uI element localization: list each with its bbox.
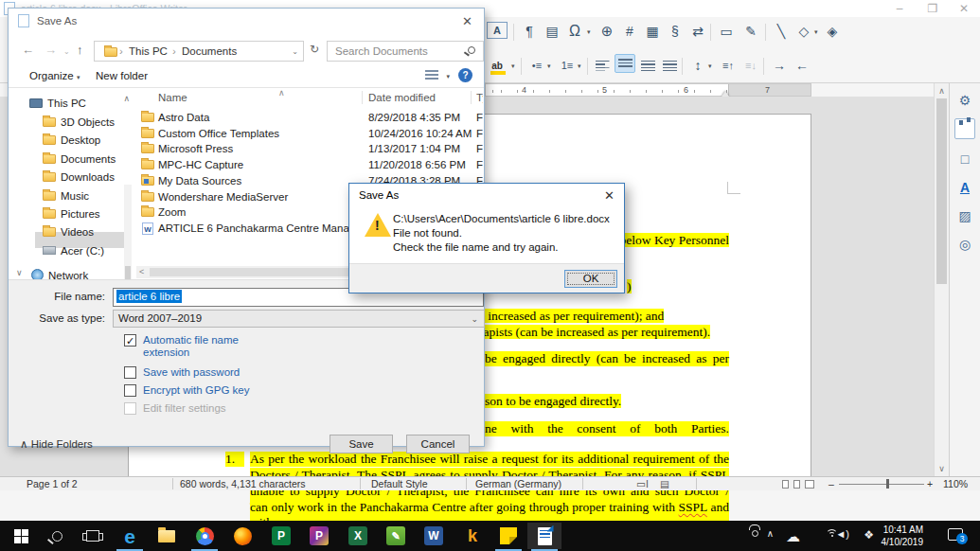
gallery-icon[interactable]: ▨	[954, 205, 975, 226]
hide-folders-button[interactable]: ∧ Hide Folders	[20, 437, 93, 451]
insert-cross-reference-icon[interactable]: ⇄	[687, 21, 708, 42]
insert-page-number-icon[interactable]: #	[619, 21, 640, 42]
file-row[interactable]: MPC-HC Capture11/20/2018 6:56 PMFile	[136, 157, 483, 172]
taskbar-edge[interactable]: e	[113, 523, 147, 549]
zoom-slider[interactable]	[839, 484, 924, 485]
file-row[interactable]: Custom Office Templates10/24/2016 10:24 …	[136, 126, 483, 141]
tree-item-desktop[interactable]: Desktop	[43, 132, 100, 148]
close-button[interactable]: ✕	[950, 0, 978, 17]
ordered-list-dropdown-icon[interactable]: ▾	[578, 62, 581, 70]
taskbar-sticky-notes[interactable]	[491, 523, 526, 549]
unordered-list-dropdown-icon[interactable]: ▾	[547, 62, 551, 70]
address-dropdown-icon[interactable]: ⌄	[292, 47, 298, 56]
save-button[interactable]: Save	[330, 435, 393, 453]
address-bar[interactable]: › This PC › Documents ⌄	[94, 41, 304, 62]
save-as-type-select[interactable]: Word 2007–2019⌄	[113, 310, 485, 328]
taskbar-excel[interactable]: X	[341, 523, 375, 549]
basic-shapes-icon[interactable]: ◇	[793, 21, 814, 42]
tree-scrollbar[interactable]	[124, 185, 132, 281]
increase-paragraph-spacing-icon[interactable]: ≡↑	[718, 55, 739, 76]
tree-item-pictures[interactable]: Pictures	[43, 205, 100, 222]
ok-button[interactable]: OK	[564, 270, 617, 288]
track-changes-icon[interactable]: ✎	[740, 21, 761, 42]
insert-text-box-icon[interactable]: A	[487, 22, 508, 39]
align-right-icon[interactable]	[638, 55, 657, 76]
refresh-icon[interactable]: ↻	[310, 43, 319, 56]
tree-item-documents[interactable]: Documents	[43, 151, 116, 167]
zoom-in-icon[interactable]: +	[927, 478, 933, 489]
insert-line-icon[interactable]: ╲	[771, 21, 792, 42]
taskbar-picsart[interactable]: P	[302, 523, 336, 549]
breadcrumb-documents[interactable]: Documents	[182, 45, 237, 57]
column-name[interactable]: Name	[158, 92, 187, 103]
column-date-modified[interactable]: Date modified	[368, 92, 436, 103]
unordered-list-icon[interactable]: •≡	[526, 55, 547, 76]
insert-special-character-icon[interactable]: Ω	[564, 21, 585, 42]
save-with-password-checkbox[interactable]: Save with password	[124, 366, 240, 379]
file-row[interactable]: Astro Data8/29/2018 4:35 PMFile	[136, 110, 483, 125]
search-box[interactable]: Search Documents	[327, 41, 484, 62]
insert-mode-icon[interactable]: ▭I	[636, 478, 649, 489]
ordered-list-icon[interactable]: 1≡	[557, 55, 578, 76]
action-center-icon[interactable]: 3	[948, 528, 963, 541]
taskbar-word[interactable]: W	[417, 523, 451, 549]
tree-item-videos[interactable]: Videos	[43, 223, 94, 240]
insert-page-break-icon[interactable]: ¶	[519, 21, 540, 42]
align-left-icon[interactable]	[593, 55, 612, 76]
task-view-button[interactable]	[76, 523, 110, 549]
hidden-icons-chevron-icon[interactable]: ∧	[767, 528, 774, 539]
history-dropdown-icon[interactable]: ⌄	[63, 47, 70, 56]
cancel-button[interactable]: Cancel	[406, 435, 470, 453]
line-spacing-icon[interactable]: ↕	[687, 55, 708, 76]
column-type[interactable]: Typ	[476, 92, 483, 103]
tree-scroll-up-icon[interactable]: ∧	[123, 94, 130, 103]
tree-item-downloads[interactable]: Downloads	[43, 169, 115, 185]
dropbox-icon[interactable]: ❖	[864, 528, 874, 542]
special-character-dropdown-icon[interactable]: ▾	[587, 28, 591, 36]
taskbar-clock[interactable]: 10:41 AM 4/10/2019	[882, 524, 924, 548]
view-mode-dropdown-icon[interactable]: ▾	[446, 73, 450, 80]
symbol-shapes-icon[interactable]: ◈	[822, 21, 843, 42]
restore-button[interactable]: ❐	[918, 0, 947, 17]
zoom-slider-thumb[interactable]	[886, 479, 889, 489]
decrease-indent-icon[interactable]: ←	[792, 55, 812, 76]
highlighting-color-icon[interactable]: ab	[487, 55, 508, 76]
sidebar-settings-icon[interactable]: ⚙	[954, 90, 975, 111]
forward-icon[interactable]: →	[45, 43, 57, 57]
page-icon[interactable]: □	[954, 149, 975, 169]
scroll-left-icon[interactable]: <	[139, 267, 144, 276]
document-modified-icon[interactable]: ▤	[660, 478, 669, 489]
taskbar-libreoffice-writer[interactable]	[527, 523, 561, 549]
book-view-icon[interactable]	[805, 480, 814, 489]
line-spacing-dropdown-icon[interactable]: ▾	[708, 62, 712, 70]
taskbar-chrome[interactable]	[187, 523, 222, 549]
align-center-icon[interactable]	[615, 54, 635, 73]
sort-ascending-icon[interactable]: ∧	[278, 90, 285, 98]
insert-hyperlink-icon[interactable]: ⊕	[597, 21, 617, 42]
help-icon[interactable]: ?	[458, 68, 472, 82]
taskbar-pdf-app[interactable]: ✎	[379, 523, 413, 549]
error-dialog-titlebar[interactable]: Save As ✕	[349, 184, 624, 206]
auto-extension-checkbox[interactable]: ✓ Automatic file name extension	[124, 334, 276, 359]
new-folder-button[interactable]: New folder	[96, 70, 148, 81]
insert-section-icon[interactable]: §	[665, 21, 686, 42]
highlighting-dropdown-icon[interactable]: ▾	[511, 62, 515, 70]
start-button[interactable]	[4, 523, 38, 549]
volume-icon[interactable]: ◄)	[835, 528, 849, 540]
zoom-level[interactable]: 110%	[943, 478, 968, 489]
basic-shapes-dropdown-icon[interactable]: ▾	[814, 28, 818, 36]
multi-page-view-icon[interactable]	[793, 480, 800, 489]
up-icon[interactable]: ↑	[77, 43, 83, 57]
taskbar-firefox[interactable]	[225, 523, 259, 549]
text-language[interactable]: German (Germany)	[475, 478, 561, 489]
word-count[interactable]: 680 words, 4,131 characters	[180, 478, 306, 489]
tree-item-acer-c[interactable]: Acer (C:)	[43, 242, 104, 258]
view-mode-icon[interactable]	[425, 70, 438, 81]
taskbar-search-button[interactable]	[40, 523, 74, 549]
encrypt-gpg-checkbox[interactable]: Encrypt with GPG key	[124, 384, 249, 397]
breadcrumb-this-pc[interactable]: This PC	[129, 45, 168, 57]
taskbar-file-explorer[interactable]	[150, 523, 184, 549]
organize-button[interactable]: Organize ▾	[29, 70, 80, 81]
properties-icon[interactable]	[954, 118, 975, 139]
scroll-down-icon[interactable]: ∨	[935, 464, 949, 473]
